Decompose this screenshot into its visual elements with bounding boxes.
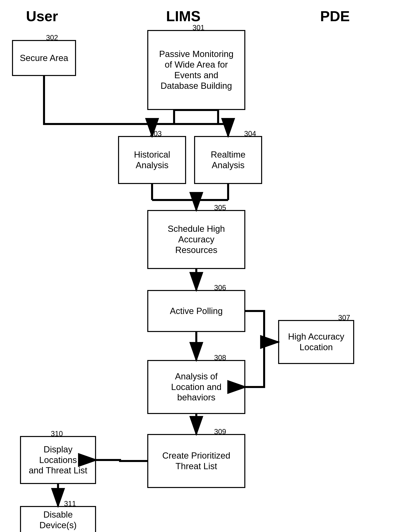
box-schedule-high-accuracy: Schedule High Accuracy Resources: [147, 210, 245, 269]
ref-303: 303: [150, 130, 162, 138]
ref-304: 304: [244, 130, 256, 138]
box-disable-devices: Disable Device(s): [20, 506, 96, 532]
box-analysis-location: Analysis of Location and behaviors: [147, 360, 245, 414]
ref-309: 309: [214, 428, 226, 436]
col-header-pde: PDE: [320, 8, 350, 24]
box-passive-monitoring: Passive Monitoring of Wide Area for Even…: [147, 30, 245, 110]
ref-305: 305: [214, 204, 226, 212]
diagram-container: User LIMS PDE Passive Monitoring of Wide…: [0, 0, 407, 532]
box-realtime-analysis: Realtime Analysis: [194, 136, 262, 184]
ref-311: 311: [64, 500, 76, 508]
box-display-locations: Display Locations and Threat List: [20, 436, 96, 484]
col-header-lims: LIMS: [166, 8, 201, 24]
ref-308: 308: [214, 354, 226, 362]
ref-301: 301: [193, 23, 204, 32]
ref-310: 310: [51, 430, 63, 438]
box-historical-analysis: Historical Analysis: [118, 136, 186, 184]
box-create-threat-list: Create Prioritized Threat List: [147, 434, 245, 488]
ref-302: 302: [46, 34, 58, 42]
box-active-polling: Active Polling: [147, 290, 245, 332]
ref-306: 306: [214, 284, 226, 292]
box-secure-area: Secure Area: [12, 40, 76, 76]
ref-307: 307: [338, 314, 350, 322]
box-high-accuracy-location: High Accuracy Location: [278, 320, 354, 364]
col-header-user: User: [26, 8, 58, 24]
